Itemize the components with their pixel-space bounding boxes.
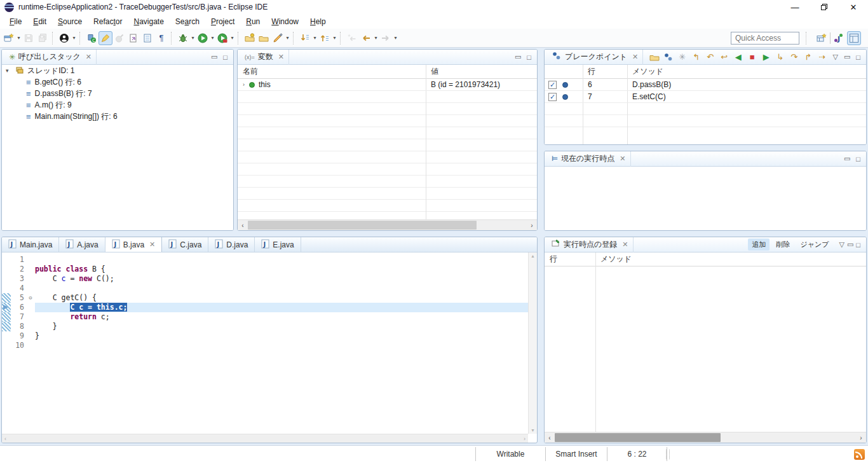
breakpoints-tab[interactable]: ブレークポイント ✕ bbox=[547, 50, 643, 65]
debug-icon[interactable] bbox=[176, 31, 190, 45]
menu-source[interactable]: Source bbox=[52, 14, 88, 29]
step-return-icon[interactable]: ↳ bbox=[774, 51, 786, 64]
stack-frame-row[interactable]: ≡D.passB(B) 行: 7 bbox=[2, 88, 233, 99]
resume-forward-icon[interactable]: ▶ bbox=[760, 51, 772, 64]
delete-button[interactable]: 削除 bbox=[772, 238, 794, 251]
rss-icon[interactable] bbox=[854, 449, 865, 460]
step-back-into-icon[interactable]: ↰ bbox=[690, 51, 702, 64]
back-dropdown-icon[interactable]: ▾ bbox=[373, 35, 379, 41]
column-header-method[interactable]: メソッド bbox=[627, 66, 663, 77]
editor-tab-main-java[interactable]: JMain.java bbox=[2, 237, 59, 252]
menu-help[interactable]: Help bbox=[304, 14, 332, 29]
minimize-icon[interactable]: ▭ bbox=[844, 53, 850, 61]
user-account-dropdown-icon[interactable]: ▾ bbox=[71, 35, 77, 41]
close-icon[interactable]: ✕ bbox=[278, 53, 284, 61]
step-over-icon[interactable]: ↷ bbox=[788, 51, 800, 64]
view-menu-icon[interactable]: ▽ bbox=[839, 240, 844, 249]
window-restore-button[interactable] bbox=[810, 0, 839, 14]
breakpoint-checkbox[interactable]: ✓ bbox=[548, 93, 557, 101]
coverage-icon[interactable] bbox=[215, 31, 229, 45]
editor-tab-d-java[interactable]: JD.java bbox=[208, 237, 255, 252]
fold-marker[interactable]: ⊖ bbox=[26, 293, 35, 303]
debug-dropdown-icon[interactable]: ▾ bbox=[190, 35, 196, 41]
column-header-value[interactable]: 値 bbox=[426, 66, 438, 77]
editor-tab-a-java[interactable]: JA.java bbox=[59, 237, 105, 252]
maximize-icon[interactable]: □ bbox=[223, 53, 227, 61]
window-close-button[interactable]: ✕ bbox=[839, 0, 868, 14]
maximize-icon[interactable]: □ bbox=[856, 53, 860, 61]
step-back-return-icon[interactable]: ↩ bbox=[718, 51, 730, 64]
editor-tab-b-java[interactable]: JB.java✕ bbox=[105, 237, 163, 252]
code-line[interactable]: 1 bbox=[2, 255, 528, 265]
editor-vertical-scrollbar[interactable]: ▲▼ bbox=[528, 252, 537, 434]
resume-backward-icon[interactable]: ◀ bbox=[732, 51, 744, 64]
next-annotation-icon[interactable] bbox=[298, 31, 312, 45]
column-header-line[interactable]: 行 bbox=[583, 66, 627, 77]
breakpoint-dots-icon[interactable] bbox=[662, 51, 674, 64]
skip-breakpoints-icon[interactable]: ✳ bbox=[676, 51, 688, 64]
call-stack-tab[interactable]: ✳ 呼び出しスタック ✕ bbox=[4, 50, 97, 65]
close-icon[interactable]: ✕ bbox=[622, 240, 628, 249]
maximize-icon[interactable]: □ bbox=[856, 241, 860, 249]
menu-edit[interactable]: Edit bbox=[27, 14, 52, 29]
highlighter-icon[interactable] bbox=[98, 31, 112, 45]
maximize-icon[interactable]: □ bbox=[527, 53, 531, 61]
exec-registry-horizontal-scrollbar[interactable]: ‹› bbox=[545, 432, 866, 443]
stack-frame-row[interactable]: ≡B.getC() 行: 6 bbox=[2, 76, 233, 88]
stack-frame-row[interactable]: ≡Main.main(String[]) 行: 6 bbox=[2, 111, 233, 122]
close-icon[interactable]: ✕ bbox=[149, 240, 155, 249]
run-icon[interactable] bbox=[196, 31, 210, 45]
new-wizard-icon[interactable] bbox=[2, 31, 16, 45]
menu-run[interactable]: Run bbox=[240, 14, 266, 29]
variable-row[interactable]: › this B (id = 2101973421) bbox=[238, 79, 537, 91]
open-folder-new-icon[interactable] bbox=[243, 31, 257, 45]
menu-navigate[interactable]: Navigate bbox=[128, 14, 169, 29]
menu-search[interactable]: Search bbox=[170, 14, 205, 29]
menu-window[interactable]: Window bbox=[266, 14, 304, 29]
variables-horizontal-scrollbar[interactable]: ‹› bbox=[238, 219, 537, 230]
prev-annotation-dropdown-icon[interactable]: ▾ bbox=[332, 35, 337, 41]
open-folder-icon[interactable] bbox=[257, 31, 271, 45]
code-line[interactable]: 5⊖ C getC() { bbox=[2, 293, 528, 303]
step-back-over-icon[interactable]: ↶ bbox=[704, 51, 716, 64]
pilcrow-icon[interactable]: ¶ bbox=[154, 31, 168, 45]
new-wizard-dropdown-icon[interactable]: ▾ bbox=[16, 35, 22, 41]
breakpoint-checkbox[interactable]: ✓ bbox=[548, 81, 557, 89]
code-line[interactable]: 3 C c = new C(); bbox=[2, 274, 528, 284]
menu-refactor[interactable]: Refactor bbox=[88, 14, 128, 29]
current-exec-tab[interactable]: ⊨ 現在の実行時点 ✕ bbox=[547, 151, 631, 167]
terminate-icon[interactable]: ■ bbox=[746, 51, 758, 64]
column-header-line[interactable]: 行 bbox=[545, 254, 595, 265]
minimize-icon[interactable]: ▭ bbox=[844, 155, 850, 163]
editor-tab-e-java[interactable]: JE.java bbox=[255, 237, 301, 252]
minimize-icon[interactable]: ▭ bbox=[515, 53, 521, 61]
window-minimize-button[interactable]: — bbox=[780, 0, 810, 14]
close-icon[interactable]: ✕ bbox=[620, 155, 625, 163]
outline-doc-icon[interactable] bbox=[140, 31, 154, 45]
editor-horizontal-scrollbar[interactable]: ‹› bbox=[2, 434, 528, 443]
trace-debug-icon[interactable]: C bbox=[85, 31, 98, 45]
close-icon[interactable]: ✕ bbox=[86, 53, 92, 61]
breakpoint-row[interactable]: ✓ 7 E.setC(C) bbox=[545, 91, 866, 103]
thread-row[interactable]: ▾ スレッドID: 1 bbox=[2, 65, 233, 76]
prev-annotation-icon[interactable] bbox=[318, 31, 332, 45]
column-header-method[interactable]: メソッド bbox=[595, 254, 632, 265]
jump-button[interactable]: ジャンプ bbox=[796, 238, 832, 251]
collapse-icon[interactable]: ▾ bbox=[6, 67, 12, 74]
code-line[interactable]: 8 } bbox=[2, 322, 528, 331]
brush-dropdown-icon[interactable]: ▾ bbox=[285, 35, 290, 41]
next-annotation-dropdown-icon[interactable]: ▾ bbox=[312, 35, 318, 41]
brush-icon[interactable] bbox=[271, 31, 285, 45]
close-icon[interactable]: ✕ bbox=[632, 53, 638, 61]
breakpoint-row[interactable]: ✓ 6 D.passB(B) bbox=[545, 79, 866, 91]
exec-registry-tab[interactable]: 実行時点の登録 ✕ bbox=[547, 237, 634, 252]
code-editor[interactable]: 12public class B {3 C c = new C();45⊖ C … bbox=[2, 252, 528, 434]
view-menu-icon[interactable]: ▽ bbox=[832, 53, 837, 61]
code-line[interactable]: 9} bbox=[2, 331, 528, 341]
code-line[interactable]: 10 bbox=[2, 341, 528, 350]
menu-project[interactable]: Project bbox=[205, 14, 240, 29]
back-icon[interactable] bbox=[359, 31, 373, 45]
editor-tab-c-java[interactable]: JC.java bbox=[162, 237, 208, 252]
forward-dropdown-icon[interactable]: ▾ bbox=[393, 35, 398, 41]
quick-access-input[interactable]: Quick Access bbox=[731, 32, 799, 45]
